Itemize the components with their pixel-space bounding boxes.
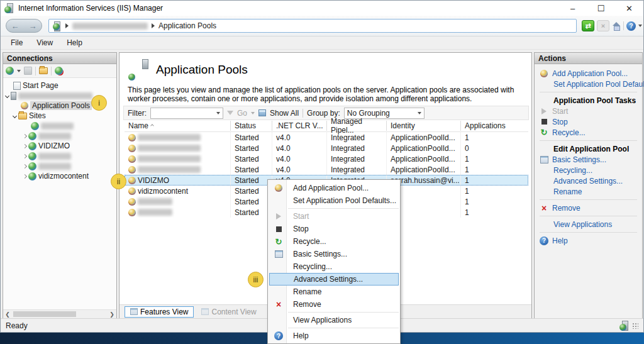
show-all-button[interactable]: Show All [270, 109, 299, 118]
tree-item-site[interactable] [3, 131, 116, 141]
chevron-down-icon[interactable] [5, 93, 9, 97]
breadcrumb-arrow-icon[interactable] [65, 23, 69, 28]
action-add-application-pool[interactable]: Add Application Pool... [538, 68, 642, 79]
menu-help[interactable]: ? Help [269, 330, 399, 342]
action-help[interactable]: ? Help [538, 235, 642, 246]
tree-item-site-vidizmocontent[interactable]: vidizmocontent [3, 171, 116, 181]
dropdown-icon[interactable] [216, 112, 220, 114]
menu-add-application-pool[interactable]: Add Application Pool... [269, 182, 399, 194]
actions-edit-header: Edit Application Pool [538, 143, 642, 154]
site-globe-icon [28, 142, 36, 150]
menu-set-app-pool-defaults[interactable]: Set Application Pool Defaults... [269, 194, 399, 207]
menu-file[interactable]: File [4, 37, 29, 48]
site-name-blurred [41, 123, 74, 130]
close-button[interactable]: ✕ [615, 1, 643, 16]
go-dropdown-icon[interactable] [251, 112, 255, 114]
table-row[interactable]: Startedv4.0 IntegratedApplicationPoolId.… [125, 132, 528, 143]
up-folder-icon[interactable] [39, 67, 48, 74]
tab-features-view[interactable]: Features View [125, 306, 194, 318]
chevron-right-icon[interactable] [23, 174, 27, 178]
column-status[interactable]: Status [231, 121, 272, 131]
action-start[interactable]: Start [538, 106, 642, 116]
horizontal-scrollbar[interactable]: ❮ ❯ [3, 309, 116, 318]
go-button[interactable]: Go [237, 109, 247, 118]
menu-stop[interactable]: Stop [269, 223, 399, 235]
address-bar[interactable]: Application Pools [48, 19, 577, 33]
stop-button[interactable]: × [597, 20, 609, 31]
menu-view-applications[interactable]: View Applications [269, 314, 399, 326]
maximize-button[interactable]: ☐ [587, 1, 615, 16]
tree-item-site-vidizmo[interactable]: VIDIZMO [3, 141, 116, 151]
tree-item-site[interactable] [3, 161, 116, 171]
connection-dropdown-icon[interactable] [17, 70, 21, 72]
back-icon[interactable]: ← [11, 21, 19, 31]
action-rename[interactable]: Rename [538, 186, 642, 197]
scroll-left-icon[interactable]: ❮ [3, 310, 12, 318]
menu-remove[interactable]: × Remove [269, 298, 399, 311]
menu-rename[interactable]: Rename [269, 286, 399, 298]
chevron-right-icon[interactable] [23, 164, 27, 168]
menu-recycle[interactable]: ↻ Recycle... [269, 235, 399, 248]
tree-item-start-page[interactable]: Start Page [3, 80, 116, 91]
page-description: This page lets you view and manage the l… [128, 86, 528, 103]
tree-item-site[interactable] [3, 151, 116, 161]
help-icon[interactable]: ? [626, 21, 636, 31]
column-identity[interactable]: Identity [387, 121, 461, 131]
server-name-blurred [72, 23, 148, 30]
save-connection-icon[interactable] [24, 67, 32, 75]
action-recycle[interactable]: ↻ Recycle... [538, 127, 642, 138]
chevron-down-icon[interactable] [13, 113, 17, 118]
column-clr[interactable]: .NET CLR V... [272, 121, 327, 131]
table-row[interactable]: Startedv4.0 IntegratedApplicationPoolId.… [125, 164, 528, 175]
menu-start[interactable]: Start [269, 210, 399, 223]
action-view-applications[interactable]: View Applications [538, 219, 642, 230]
help-dropdown-icon[interactable] [638, 25, 642, 27]
chevron-right-icon[interactable] [23, 143, 27, 148]
action-set-app-pool-defaults[interactable]: Set Application Pool Defaults... [538, 79, 642, 89]
sites-folder-icon [18, 113, 27, 119]
menu-basic-settings[interactable]: Basic Settings... [269, 248, 399, 260]
site-name-blurred [38, 153, 71, 160]
app-pool-icon [128, 145, 136, 152]
breadcrumb-current[interactable]: Application Pools [158, 21, 216, 30]
chevron-right-icon[interactable] [23, 133, 27, 138]
menu-view[interactable]: View [30, 37, 59, 48]
scrollbar-thumb[interactable] [13, 311, 76, 317]
table-row[interactable]: Startedv4.0 IntegratedApplicationPoolId.… [125, 153, 528, 164]
titlebar[interactable]: Internet Information Services (IIS) Mana… [1, 1, 643, 16]
home-icon[interactable] [612, 22, 621, 30]
delete-connection-icon[interactable] [55, 67, 63, 75]
divider [623, 21, 624, 30]
tree-item-sites[interactable]: Sites [3, 111, 116, 121]
scroll-right-icon[interactable]: ❯ [108, 310, 116, 318]
menu-advanced-settings-highlighted[interactable]: Advanced Settings... [269, 273, 399, 286]
column-name[interactable]: Name [125, 121, 231, 131]
dropdown-icon[interactable] [418, 112, 421, 114]
action-remove[interactable]: × Remove [538, 203, 642, 213]
menu-recycling[interactable]: Recycling... [269, 260, 399, 273]
app-pool-icon [128, 177, 136, 184]
breadcrumb-arrow-icon[interactable] [152, 23, 155, 28]
tab-content-view[interactable]: Content View [196, 306, 261, 318]
forward-icon[interactable]: → [29, 21, 37, 31]
menu-help[interactable]: Help [60, 37, 89, 48]
scrollbar-track[interactable] [12, 310, 108, 318]
tree-item-site[interactable] [3, 121, 116, 131]
table-row[interactable]: Startedv4.0 IntegratedApplicationPoolId.… [125, 143, 528, 153]
app-pool-icon [128, 134, 136, 141]
column-pipeline[interactable]: Managed Pipel... [327, 121, 387, 131]
column-applications[interactable]: Applications [461, 121, 528, 131]
site-globe-icon [28, 152, 36, 160]
action-basic-settings[interactable]: Basic Settings... [538, 154, 642, 165]
action-advanced-settings[interactable]: Advanced Settings... [538, 175, 642, 186]
resize-grip[interactable] [632, 323, 638, 329]
chevron-right-icon[interactable] [23, 153, 27, 158]
action-recycling[interactable]: Recycling... [538, 165, 642, 175]
refresh-button[interactable]: ⇄ [582, 20, 594, 31]
connections-header: Connections [3, 53, 116, 64]
basic-settings-icon [275, 250, 283, 258]
filter-input[interactable] [150, 108, 223, 119]
action-stop[interactable]: Stop [538, 116, 642, 127]
minimize-button[interactable]: – [558, 1, 587, 16]
create-connection-icon[interactable] [6, 67, 14, 75]
